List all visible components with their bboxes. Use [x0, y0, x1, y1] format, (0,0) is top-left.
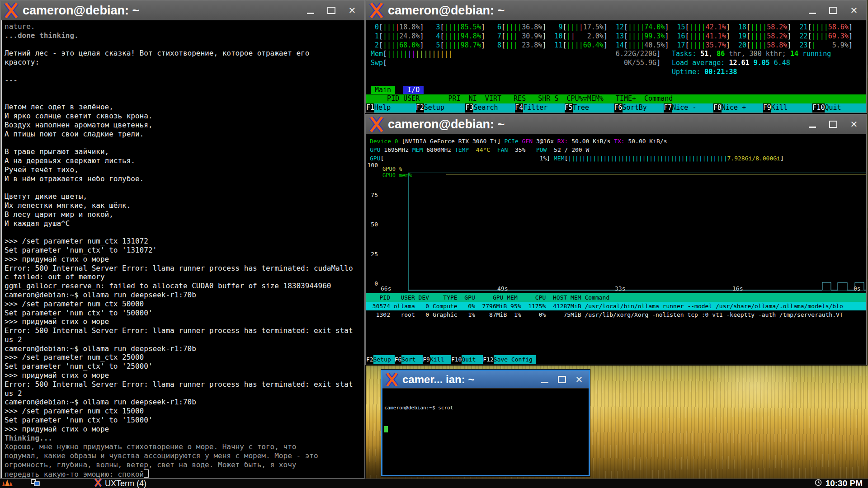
close-button[interactable]: ✕ [573, 374, 585, 385]
fkey-f9-label[interactable]: Kill [430, 355, 451, 364]
cpu-meter: 5[||||98.7%] [432, 41, 494, 50]
cpu-meter: 16[||||41.1%] [677, 32, 739, 41]
terminal-line: ...done thinking. [5, 31, 364, 40]
minimize-button[interactable] [305, 5, 316, 16]
close-button[interactable]: ✕ [848, 118, 860, 130]
terminal-output[interactable]: nature....done thinking.Летний лес - это… [1, 20, 364, 478]
terminal-line: И каждая душа^C [5, 219, 364, 228]
htop-output[interactable]: 0[||||18.8%] 3[||||85.5%] 6[||||36.8%] 9… [366, 20, 866, 113]
x-tick-label: 33s [615, 284, 625, 293]
clock-text: 10:30 PM [826, 479, 863, 488]
gpu-history-chart: GPU0 % GPU0 mem% [380, 164, 862, 282]
taskbar: UXTerm (4) 10:30 PM [0, 479, 868, 488]
fkey-f6-label[interactable]: Sort [401, 355, 423, 364]
fkey-f5-label[interactable]: Tree [573, 103, 614, 113]
titlebar[interactable]: cameron@debian: ~ ✕ [366, 1, 866, 20]
minimize-button[interactable] [807, 118, 818, 130]
terminal-line: Летний лес - это целая сказка! Вот стихо… [5, 49, 364, 58]
process-table-row[interactable]: 1302 root 0 Graphic 1% 87MiB 1% 0% 75MiB… [366, 310, 866, 319]
show-desktop-icon[interactable] [31, 479, 40, 488]
terminal-line: Воздух наполнен ароматом цветенья, [5, 121, 364, 130]
x-tick-label: 0s [854, 284, 861, 293]
window-title: camer... ian: ~ [402, 373, 474, 386]
terminal-line [5, 94, 364, 103]
terminal-line [5, 67, 364, 76]
fkey-f2-label[interactable]: Setup [373, 355, 395, 364]
window-left-terminal[interactable]: cameron@debian: ~ ✕ nature....done think… [0, 0, 365, 479]
tab-main[interactable]: Main [371, 86, 395, 94]
taskbar-clock[interactable]: 10:30 PM [815, 479, 868, 488]
fkey-f10[interactable]: F10 [451, 355, 462, 364]
process-table-row-selected[interactable]: 30574 ollama 0 Compute 0% 7796MiB 95% 11… [366, 302, 866, 310]
cpu-meter: 21[||||58.6%] [800, 23, 861, 32]
fkey-f1[interactable]: F1 [366, 103, 374, 113]
maximize-button[interactable] [556, 374, 568, 385]
close-button[interactable]: ✕ [848, 5, 860, 16]
x-tick-label: 16s [732, 284, 743, 293]
titlebar[interactable]: cameron@debian: ~ ✕ [1, 1, 364, 20]
fkey-f10-label[interactable]: Quit [825, 103, 866, 113]
terminal-line: Хорошо, мне нужно придумать стихотворени… [5, 442, 364, 451]
terminal-line [5, 183, 364, 192]
terminal-line: Set parameter 'num_ctx' to '25000' [5, 362, 364, 371]
fkey-f3-label[interactable]: Search [473, 103, 515, 113]
terminal-line [5, 228, 364, 237]
fkey-f9[interactable]: F9 [763, 103, 771, 113]
minimize-button[interactable] [807, 5, 818, 16]
fkey-f10[interactable]: F10 [812, 103, 825, 113]
close-button[interactable]: ✕ [346, 5, 358, 16]
terminal-line: ggml_gallocr_reserve_n: failed to alloca… [5, 282, 364, 291]
fire-icon[interactable] [2, 479, 14, 488]
titlebar[interactable]: cameron@debian: ~ ✕ [366, 115, 866, 134]
fkey-f8-label[interactable]: Nice + [722, 103, 763, 113]
legend-gpu-percent: GPU0 % [382, 166, 402, 172]
fkey-f12[interactable]: F12 [483, 355, 493, 364]
terminal-line: Thinking... [5, 434, 364, 443]
maximize-button[interactable] [827, 5, 839, 16]
terminal-line: --- [5, 76, 364, 85]
y-tick-label: 25 [366, 250, 378, 258]
fkey-f2[interactable]: F2 [366, 355, 373, 364]
window-small-terminal[interactable]: camer... ian: ~ ✕ cameron@debian:~$ scro… [381, 370, 590, 476]
maximize-button[interactable] [326, 5, 337, 16]
window-htop-terminal[interactable]: cameron@debian: ~ ✕ 0[||||18.8%] 3[||||8… [365, 0, 867, 113]
nvtop-function-keys[interactable]: F2Setup F6Sort F9Kill F10Quit F12Save Co… [366, 355, 536, 364]
fkey-f8[interactable]: F8 [713, 103, 722, 113]
cpu-meter: 10[|| 2.0%] [555, 32, 616, 41]
minimize-button[interactable] [539, 374, 551, 385]
fkey-f10-label[interactable]: Quit [462, 355, 483, 364]
fkey-f6[interactable]: F6 [614, 103, 623, 113]
fkey-f12-label[interactable]: Save Config [494, 355, 536, 364]
terminal-line [5, 40, 364, 49]
nvtop-output[interactable]: Device 0 [NVIDIA GeForce RTX 3060 Ti] PC… [366, 134, 866, 365]
fkey-f4[interactable]: F4 [515, 103, 523, 113]
fkey-f9[interactable]: F9 [423, 355, 430, 364]
fkey-f7[interactable]: F7 [664, 103, 672, 113]
terminal-line: красоту: [5, 58, 364, 67]
tab-io[interactable]: I/O [403, 86, 424, 94]
taskbar-button-uxterm[interactable]: UXTerm (4) [94, 479, 146, 488]
process-columns-header[interactable]: PID USER PRI NI VIRT RES SHR S CPU%▽MEM%… [366, 94, 866, 103]
cpu-meter: 9[||||17.5%] [555, 23, 616, 32]
terminal-output[interactable]: cameron@debian:~$ scrot [382, 389, 589, 467]
maximize-button[interactable] [827, 118, 839, 130]
cpu-meter: 2[||||68.0%] [371, 41, 432, 50]
fkey-f4-label[interactable]: Filter [523, 103, 565, 113]
terminal-line: передать какую-то эмоцию: спокой [5, 469, 364, 478]
fkey-f2[interactable]: F2 [416, 103, 424, 113]
titlebar[interactable]: camer... ian: ~ ✕ [382, 371, 589, 389]
fkey-f3[interactable]: F3 [465, 103, 473, 113]
fkey-f2-label[interactable]: Setup [424, 103, 466, 113]
fkey-f6-label[interactable]: SortBy [623, 103, 664, 113]
blank-row: Uptime: 00:21:38 [371, 68, 866, 77]
fkey-f9-label[interactable]: Kill [771, 103, 813, 113]
cpu-meter: 17[||||35.7%] [677, 41, 739, 50]
cpu-meter-row: 2[||||68.0%] 5[||||98.7%] 8[||| 23.8%]11… [371, 41, 866, 50]
fkey-f7-label[interactable]: Nice - [672, 103, 713, 113]
terminal-line: Их лепестки мягкие, как шёлк. [5, 201, 364, 210]
fkey-f5[interactable]: F5 [565, 103, 573, 113]
fkey-f1-label[interactable]: Help [374, 103, 416, 113]
window-nvtop-terminal[interactable]: cameron@debian: ~ ✕ Device 0 [NVIDIA GeF… [365, 114, 867, 365]
terminal-line: >>> придумай стих о море [5, 371, 364, 380]
fkey-f6[interactable]: F6 [395, 355, 402, 364]
